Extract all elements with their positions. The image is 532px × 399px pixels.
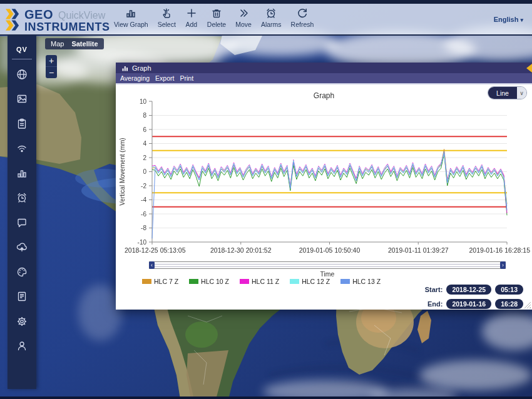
map-zoom-control: + −: [46, 55, 57, 78]
bar-chart-icon: [122, 65, 128, 71]
menu-averaging[interactable]: Averaging: [120, 74, 150, 82]
satellite-button[interactable]: Satellite: [71, 40, 98, 48]
start-time-button[interactable]: 05:13: [495, 285, 523, 295]
bottom-strip: [0, 396, 532, 399]
legend-swatch: [240, 279, 249, 284]
legend-item: HLC 11 Z: [240, 278, 279, 285]
graph-panel: Graph Averaging Export Print Graph Line …: [116, 63, 532, 310]
slider-left-handle[interactable]: ‹: [149, 261, 155, 269]
image-icon: [16, 93, 28, 105]
delete-button[interactable]: Delete: [207, 7, 226, 28]
toolbar-label: Move: [235, 21, 252, 28]
top-strip: [0, 0, 532, 4]
time-range-slider[interactable]: ‹ ›: [149, 261, 506, 269]
add-button[interactable]: Add: [185, 7, 198, 28]
caret-down-icon: ▾: [520, 17, 523, 23]
move-button[interactable]: Move: [235, 7, 252, 28]
graph-panel-menubar: Averaging Export Print: [116, 73, 532, 84]
sidebar-item-alarms[interactable]: [8, 186, 36, 211]
sidebar-item-upload[interactable]: [8, 235, 36, 260]
sidebar-brand: QV: [8, 46, 36, 53]
legend-item: HLC 13 Z: [340, 278, 381, 285]
legend-swatch: [290, 279, 299, 284]
toolbar: View Graph Select Add Delete Move Alarms…: [114, 7, 314, 28]
toolbar-label: Alarms: [261, 21, 282, 28]
svg-text:10: 10: [140, 98, 147, 105]
zoom-in-button[interactable]: +: [46, 55, 57, 67]
graph-panel-titlebar[interactable]: Graph: [116, 63, 532, 73]
pointer-hand-icon: [160, 7, 173, 19]
bar-chart-icon: [16, 167, 28, 179]
toolbar-label: Refresh: [291, 21, 314, 28]
svg-text:2018-12-25 05:13:05: 2018-12-25 05:13:05: [125, 246, 186, 254]
legend-item: HLC 7 Z: [142, 278, 178, 285]
refresh-button[interactable]: Refresh: [291, 7, 314, 28]
sidebar-item-reports[interactable]: [8, 111, 36, 136]
menu-print[interactable]: Print: [180, 74, 193, 82]
logo-instruments-text: INSTRUMENTS: [24, 21, 110, 33]
svg-text:-10: -10: [138, 239, 147, 246]
map-type-control: Map Satellite: [45, 38, 104, 49]
wifi-icon: [16, 142, 28, 154]
legend-swatch: [142, 279, 151, 284]
legend-label: HLC 13 Z: [352, 278, 381, 285]
sidebar-item-sensors[interactable]: [8, 136, 36, 161]
svg-text:2: 2: [143, 154, 146, 161]
svg-text:2019-01-16 16:28:15: 2019-01-16 16:28:15: [469, 246, 531, 254]
sidebar-item-account[interactable]: [8, 334, 36, 359]
panel-resize-handle[interactable]: [524, 301, 531, 308]
legend-swatch: [189, 279, 198, 284]
legend-swatch: [340, 279, 350, 284]
map-button[interactable]: Map: [51, 40, 64, 48]
graph-panel-body: Graph Line ∨ -10-8-6-4-202468102018-12-2…: [116, 84, 532, 310]
product-name: QuickView: [58, 10, 105, 21]
end-time-button[interactable]: 16:28: [495, 299, 523, 309]
sidebar-item-map[interactable]: [8, 62, 36, 87]
plus-icon: [185, 7, 198, 19]
slider-right-handle[interactable]: ›: [500, 261, 506, 269]
svg-text:4: 4: [143, 140, 146, 147]
svg-text:-6: -6: [141, 211, 146, 218]
legend-label: HLC 10 Z: [201, 278, 229, 285]
legend-item: HLC 12 Z: [290, 278, 330, 285]
sidebar-item-messages[interactable]: [8, 210, 36, 235]
language-label: English: [494, 16, 519, 23]
language-selector[interactable]: English▾: [494, 16, 523, 23]
gear-icon: [16, 315, 28, 328]
toolbar-label: Add: [186, 21, 198, 28]
svg-text:-2: -2: [141, 183, 146, 189]
legend-item: HLC 10 Z: [189, 278, 229, 285]
svg-text:2018-12-30 20:01:52: 2018-12-30 20:01:52: [210, 246, 272, 254]
collapse-panel-arrow[interactable]: [526, 64, 532, 73]
document-icon: [16, 290, 28, 303]
end-range-row: End: 2019-01-16 16:28: [427, 298, 523, 310]
app-header: GEOQuickView INSTRUMENTS View Graph Sele…: [0, 4, 532, 36]
sidebar-item-appearance[interactable]: [8, 260, 36, 285]
sidebar-item-images[interactable]: [8, 87, 36, 112]
sidebar-item-graphs[interactable]: [8, 161, 36, 186]
sidebar-item-settings[interactable]: [8, 309, 36, 334]
user-icon: [16, 340, 28, 352]
alarm-clock-icon: [16, 191, 28, 204]
chat-icon: [16, 216, 28, 229]
svg-text:2019-01-11 01:39:27: 2019-01-11 01:39:27: [388, 246, 449, 254]
menu-export[interactable]: Export: [155, 74, 174, 82]
toolbar-label: Delete: [207, 21, 226, 28]
view-graph-button[interactable]: View Graph: [114, 7, 148, 28]
svg-text:8: 8: [143, 112, 146, 119]
alarm-clock-icon: [265, 7, 277, 19]
start-range-row: Start: 2018-12-25 05:13: [425, 284, 523, 295]
palette-icon: [16, 266, 28, 278]
alarms-button[interactable]: Alarms: [261, 7, 282, 28]
svg-text:Vertical Movement (mm): Vertical Movement (mm): [119, 138, 126, 205]
svg-text:2019-01-05 10:50:40: 2019-01-05 10:50:40: [299, 246, 361, 254]
sidebar-item-logs[interactable]: [8, 285, 36, 310]
toolbar-label: Select: [158, 21, 176, 28]
select-button[interactable]: Select: [158, 7, 176, 28]
start-date-button[interactable]: 2018-12-25: [446, 285, 491, 295]
end-date-button[interactable]: 2019-01-16: [446, 299, 491, 309]
svg-text:6: 6: [143, 126, 146, 133]
cloud-upload-icon: [16, 241, 28, 253]
zoom-out-button[interactable]: −: [46, 67, 57, 78]
panel-title: Graph: [132, 64, 151, 72]
